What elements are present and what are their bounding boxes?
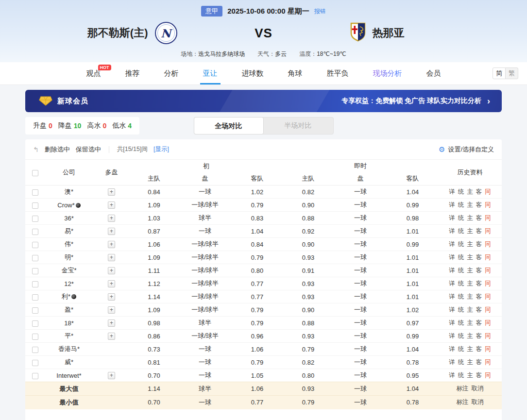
history-stats-link[interactable]: 统 — [458, 293, 464, 300]
history-detail-link[interactable]: 详 — [449, 319, 455, 326]
history-same-link[interactable]: 同 — [485, 372, 491, 379]
history-home-link[interactable]: 主 — [467, 254, 473, 261]
tab-member[interactable]: 会员 — [426, 62, 441, 84]
history-stats-link[interactable]: 统 — [458, 188, 464, 195]
history-home-link[interactable]: 主 — [467, 267, 473, 274]
annotate-link[interactable]: 标注 — [457, 399, 469, 405]
history-home-link[interactable]: 主 — [467, 319, 473, 326]
history-detail-link[interactable]: 详 — [449, 188, 455, 195]
expand-odds-button[interactable]: + — [108, 267, 115, 274]
lang-traditional-button[interactable]: 繁 — [505, 67, 518, 79]
history-away-link[interactable]: 客 — [476, 306, 482, 313]
half-match-tab[interactable]: 半场对比 — [263, 118, 333, 134]
history-away-link[interactable]: 客 — [476, 254, 482, 261]
history-stats-link[interactable]: 统 — [458, 333, 464, 339]
delete-selected-button[interactable]: 删除选中 — [45, 145, 70, 154]
expand-odds-button[interactable]: + — [108, 254, 115, 261]
history-same-link[interactable]: 同 — [485, 359, 491, 366]
history-home-link[interactable]: 主 — [467, 280, 473, 287]
history-same-link[interactable]: 同 — [485, 346, 491, 353]
expand-odds-button[interactable]: + — [108, 215, 115, 222]
tab-analysis[interactable]: 分析 — [164, 62, 179, 84]
history-home-link[interactable]: 主 — [467, 372, 473, 379]
history-same-link[interactable]: 同 — [485, 202, 491, 208]
row-checkbox[interactable] — [32, 255, 38, 261]
history-home-link[interactable]: 主 — [467, 215, 473, 221]
history-stats-link[interactable]: 统 — [458, 241, 464, 248]
history-away-link[interactable]: 客 — [476, 293, 482, 300]
cancel-link[interactable]: 取消 — [472, 399, 484, 405]
history-away-link[interactable]: 客 — [476, 346, 482, 353]
expand-odds-button[interactable]: + — [108, 188, 115, 196]
settings-link[interactable]: 设置/选择自定义 — [448, 145, 494, 154]
expand-odds-button[interactable]: + — [108, 372, 115, 379]
history-same-link[interactable]: 同 — [485, 215, 491, 221]
row-checkbox[interactable] — [32, 216, 38, 222]
history-stats-link[interactable]: 统 — [458, 306, 464, 313]
expand-odds-button[interactable]: + — [108, 228, 115, 235]
history-home-link[interactable]: 主 — [467, 306, 473, 313]
history-away-link[interactable]: 客 — [476, 228, 482, 235]
row-checkbox[interactable] — [32, 229, 38, 235]
history-same-link[interactable]: 同 — [485, 188, 491, 195]
tab-goals[interactable]: 进球数 — [242, 62, 264, 84]
row-checkbox[interactable] — [32, 373, 38, 379]
history-away-link[interactable]: 客 — [476, 267, 482, 274]
history-stats-link[interactable]: 统 — [458, 254, 464, 261]
select-all-checkbox[interactable] — [32, 170, 38, 176]
history-stats-link[interactable]: 统 — [458, 319, 464, 326]
history-same-link[interactable]: 同 — [485, 280, 491, 287]
row-checkbox[interactable] — [32, 268, 38, 274]
history-detail-link[interactable]: 详 — [449, 215, 455, 221]
history-detail-link[interactable]: 详 — [449, 241, 455, 248]
history-away-link[interactable]: 客 — [476, 280, 482, 287]
history-detail-link[interactable]: 详 — [449, 254, 455, 261]
row-checkbox[interactable] — [32, 202, 38, 209]
tab-asian-handicap[interactable]: 亚让 — [203, 62, 218, 84]
expand-odds-button[interactable]: + — [108, 293, 115, 301]
history-detail-link[interactable]: 详 — [449, 346, 455, 353]
expand-odds-button[interactable]: + — [108, 280, 115, 287]
history-away-link[interactable]: 客 — [476, 359, 482, 366]
history-detail-link[interactable]: 详 — [449, 293, 455, 300]
history-away-link[interactable]: 客 — [476, 241, 482, 248]
annotate-link[interactable]: 标注 — [457, 385, 469, 392]
row-checkbox[interactable] — [32, 360, 38, 366]
history-detail-link[interactable]: 详 — [449, 372, 455, 379]
row-checkbox[interactable] — [32, 242, 38, 248]
expand-odds-button[interactable]: + — [108, 319, 115, 327]
row-checkbox[interactable] — [32, 347, 38, 353]
history-same-link[interactable]: 同 — [485, 228, 491, 235]
tab-viewpoint[interactable]: 观点HOT — [86, 62, 101, 84]
history-home-link[interactable]: 主 — [467, 241, 473, 248]
history-away-link[interactable]: 客 — [476, 202, 482, 208]
history-same-link[interactable]: 同 — [485, 254, 491, 261]
tab-live-analysis[interactable]: 现场分析 — [373, 62, 402, 84]
lang-simplified-button[interactable]: 简 — [493, 67, 506, 79]
report-error-link[interactable]: 报错 — [314, 7, 326, 16]
history-detail-link[interactable]: 详 — [449, 306, 455, 313]
history-home-link[interactable]: 主 — [467, 228, 473, 235]
history-stats-link[interactable]: 统 — [458, 202, 464, 208]
expand-odds-button[interactable]: + — [108, 241, 115, 248]
history-detail-link[interactable]: 详 — [449, 333, 455, 339]
show-link[interactable]: [显示] — [153, 145, 169, 153]
row-checkbox[interactable] — [32, 320, 38, 327]
history-detail-link[interactable]: 详 — [449, 202, 455, 208]
history-detail-link[interactable]: 详 — [449, 228, 455, 235]
expand-odds-button[interactable]: + — [108, 333, 115, 340]
history-away-link[interactable]: 客 — [476, 319, 482, 326]
cancel-link[interactable]: 取消 — [472, 385, 484, 392]
promo-banner[interactable]: 新球会员 专享权益：免费解锁 免广告 球队实力对比分析 › — [25, 90, 502, 112]
keep-selected-button[interactable]: 保留选中 — [76, 145, 101, 154]
history-same-link[interactable]: 同 — [485, 333, 491, 339]
history-home-link[interactable]: 主 — [467, 188, 473, 195]
history-stats-link[interactable]: 统 — [458, 267, 464, 274]
history-stats-link[interactable]: 统 — [458, 346, 464, 353]
tab-recommend[interactable]: 推荐 — [125, 62, 140, 84]
history-stats-link[interactable]: 统 — [458, 228, 464, 235]
history-same-link[interactable]: 同 — [485, 267, 491, 274]
history-detail-link[interactable]: 详 — [449, 359, 455, 366]
tab-win-draw-lose[interactable]: 胜平负 — [327, 62, 349, 84]
history-stats-link[interactable]: 统 — [458, 359, 464, 366]
